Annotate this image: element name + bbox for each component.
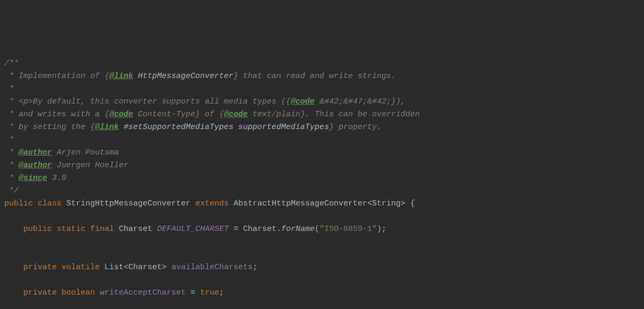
code-line: public static final Charset DEFAULT_CHAR… <box>4 223 640 236</box>
code-line: */ <box>4 185 640 198</box>
field-name: availableCharsets <box>171 263 253 272</box>
boolean-literal: true <box>200 288 219 297</box>
javadoc-tag-code: @code <box>291 97 315 106</box>
javadoc-end: */ <box>4 186 19 195</box>
author-name: Arjen Poutsma <box>52 148 119 157</box>
string-literal: "ISO-8859-1" <box>319 225 377 234</box>
comment-text: Content-Type} of { <box>133 110 224 119</box>
javadoc-tag-since: @since <box>19 174 47 183</box>
space <box>33 199 38 208</box>
since-version: 3.0 <box>47 174 66 183</box>
keyword-final: final <box>90 225 114 234</box>
space <box>114 225 119 234</box>
type-list: List<Charset> <box>105 263 167 272</box>
indent <box>4 263 23 272</box>
comment-text: } property. <box>329 123 381 132</box>
space <box>167 263 171 272</box>
code-line: * and writes with a {@code Content-Type}… <box>4 108 640 121</box>
space <box>95 288 100 297</box>
space <box>152 225 157 234</box>
comment-prefix: * <box>4 161 19 170</box>
comment-text: * <box>4 135 14 144</box>
comment-prefix: * <box>4 97 19 106</box>
keyword-volatile: volatile <box>62 263 100 272</box>
keyword-private: private <box>23 263 57 272</box>
comment-text: &#42;&#47;&#42;}), <box>315 97 405 106</box>
constant-name: DEFAULT_CHARSET <box>157 225 229 234</box>
field-name: writeAcceptCharset <box>100 288 186 297</box>
comment-prefix: * <box>4 110 19 119</box>
method-forname: forName <box>281 225 315 234</box>
semicolon: ; <box>253 263 257 272</box>
code-line-blank <box>4 248 640 261</box>
keyword-public: public <box>4 199 33 208</box>
code-line: /** <box>4 57 640 70</box>
keyword-private: private <box>23 288 57 297</box>
code-line-blank <box>4 236 640 248</box>
keyword-boolean: boolean <box>62 288 95 297</box>
code-line: public class StringHttpMessageConverter … <box>4 198 640 210</box>
comment-text: and writes with a { <box>19 110 109 119</box>
indent <box>4 288 23 297</box>
code-line-blank <box>4 274 640 287</box>
code-line: * @author Juergen Hoeller <box>4 159 640 172</box>
comment-text: * <box>4 84 14 93</box>
space <box>52 225 57 234</box>
method-call: Charset. <box>243 225 281 234</box>
semicolon: ; <box>219 288 224 297</box>
keyword-public: public <box>23 225 52 234</box>
comment-text: by setting the { <box>19 123 95 132</box>
code-line-blank <box>4 210 640 223</box>
comment-prefix: * <box>4 174 19 183</box>
parent-class: AbstractHttpMessageConverter<String> { <box>233 199 415 208</box>
code-line: * <box>4 134 640 147</box>
comment-prefix: * <box>4 72 19 81</box>
paren-open: ( <box>315 225 319 234</box>
code-editor[interactable]: /** * Implementation of {@link HttpMessa… <box>4 57 640 299</box>
space <box>57 288 62 297</box>
code-line: * <box>4 83 640 96</box>
space <box>100 263 105 272</box>
javadoc-tag-link: @link <box>109 72 133 81</box>
comment-prefix: * <box>4 148 19 157</box>
comment-text: Implementation of { <box>19 72 109 81</box>
code-line: * @author Arjen Poutsma <box>4 147 640 159</box>
code-line: private boolean writeAcceptCharset = tru… <box>4 287 640 299</box>
code-line: * @since 3.0 <box>4 172 640 185</box>
space <box>229 199 233 208</box>
space <box>57 263 62 272</box>
javadoc-tag-author: @author <box>19 148 52 157</box>
javadoc-reference: #setSupportedMediaTypes supportedMediaTy… <box>119 123 329 132</box>
comment-text: <p>By default, this converter supports a… <box>19 97 291 106</box>
code-line: * <p>By default, this converter supports… <box>4 96 640 108</box>
indent <box>4 225 23 234</box>
class-name: StringHttpMessageConverter <box>66 199 190 208</box>
javadoc-tag-code: @code <box>109 110 133 119</box>
space <box>190 199 195 208</box>
javadoc-reference: HttpMessageConverter <box>133 72 233 81</box>
type-charset: Charset <box>119 225 152 234</box>
code-line: private volatile List<Charset> available… <box>4 261 640 274</box>
comment-text: text/plain}. This can be overridden <box>248 110 420 119</box>
equals: = <box>186 288 200 297</box>
comment-text: } that can read and write strings. <box>233 72 396 81</box>
keyword-class: class <box>38 199 62 208</box>
paren-close: ); <box>377 225 386 234</box>
keyword-static: static <box>57 225 85 234</box>
javadoc-start: /** <box>4 59 19 68</box>
javadoc-tag-code: @code <box>224 110 248 119</box>
equals: = <box>229 225 243 234</box>
javadoc-tag-link: @link <box>95 123 119 132</box>
code-line: * by setting the {@link #setSupportedMed… <box>4 121 640 134</box>
code-line: * Implementation of {@link HttpMessageCo… <box>4 70 640 83</box>
space <box>62 199 66 208</box>
keyword-extends: extends <box>195 199 229 208</box>
author-name: Juergen Hoeller <box>52 161 128 170</box>
space <box>85 225 90 234</box>
comment-prefix: * <box>4 123 19 132</box>
javadoc-tag-author: @author <box>19 161 52 170</box>
